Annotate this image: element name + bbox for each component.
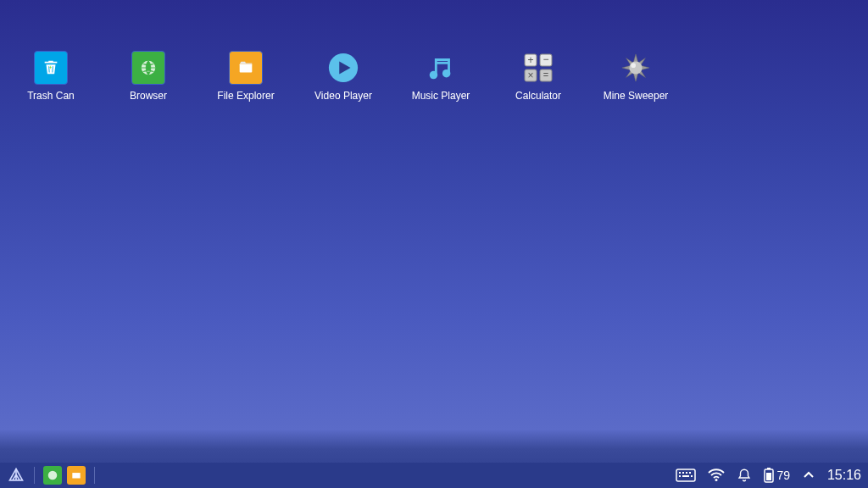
svg-rect-26: [679, 472, 681, 474]
taskbar-divider: [94, 467, 95, 484]
taskbar-divider: [34, 467, 35, 484]
battery-icon: [764, 468, 774, 483]
trash-can-icon: [34, 51, 68, 85]
desktop-icon-label: Trash Can: [27, 90, 75, 102]
notifications-icon[interactable]: [737, 468, 752, 483]
desktop-icon-label: Music Player: [412, 90, 470, 102]
desktop-icon-mine-sweeper[interactable]: Mine Sweeper: [602, 51, 670, 102]
taskbar-app-browser[interactable]: [43, 466, 62, 485]
file-explorer-icon: [229, 51, 263, 85]
taskbar-app-file-explorer[interactable]: [67, 466, 86, 485]
mine-sweeper-icon: [619, 51, 653, 85]
desktop-icon-browser[interactable]: Browser: [114, 51, 182, 102]
desktop-icon-music-player[interactable]: Music Player: [407, 51, 475, 102]
desktop-icon-file-explorer[interactable]: File Explorer: [212, 51, 280, 102]
music-player-icon: [424, 51, 458, 85]
desktop-icon-label: Calculator: [515, 90, 561, 102]
desktop-icon-label: Mine Sweeper: [604, 90, 669, 102]
svg-rect-29: [689, 472, 691, 474]
svg-point-22: [631, 63, 636, 68]
svg-rect-28: [686, 472, 687, 474]
svg-text:−: −: [542, 53, 548, 65]
svg-text:×: ×: [527, 69, 533, 81]
tray-expand-icon[interactable]: [802, 469, 815, 482]
svg-rect-27: [682, 472, 684, 474]
desktop[interactable]: Trash Can Browser File Explorer Video Pl…: [0, 0, 868, 463]
desktop-icon-label: File Explorer: [217, 90, 274, 102]
start-button[interactable]: [7, 466, 25, 485]
desktop-icon-calculator[interactable]: + − × = Calculator: [504, 51, 572, 102]
svg-text:+: +: [527, 54, 533, 66]
svg-rect-24: [72, 473, 80, 478]
taskbar: 79 15:16: [0, 463, 868, 488]
svg-rect-32: [691, 475, 693, 477]
desktop-icon-label: Browser: [130, 90, 167, 102]
desktop-icon-label: Video Player: [314, 90, 372, 102]
svg-text:=: =: [543, 69, 548, 80]
svg-rect-35: [767, 468, 771, 469]
taskbar-left: [7, 466, 98, 485]
svg-rect-36: [766, 473, 771, 480]
wifi-icon[interactable]: [708, 469, 725, 482]
svg-point-21: [629, 61, 642, 74]
keyboard-icon[interactable]: [676, 469, 696, 482]
battery-indicator[interactable]: 79: [764, 468, 790, 483]
svg-rect-1: [240, 64, 253, 72]
svg-point-3: [430, 71, 438, 80]
video-player-icon: [326, 51, 360, 85]
svg-point-23: [48, 471, 58, 480]
desktop-icon-trash-can[interactable]: Trash Can: [17, 51, 85, 102]
calculator-icon: + − × =: [521, 51, 555, 85]
svg-point-4: [442, 69, 451, 78]
clock[interactable]: 15:16: [827, 468, 861, 483]
svg-point-33: [715, 479, 718, 481]
svg-rect-30: [679, 475, 681, 477]
system-tray: 79 15:16: [676, 468, 861, 483]
battery-level: 79: [776, 469, 790, 482]
desktop-icon-video-player[interactable]: Video Player: [309, 51, 377, 102]
svg-rect-31: [682, 475, 689, 477]
browser-icon: [131, 51, 165, 85]
